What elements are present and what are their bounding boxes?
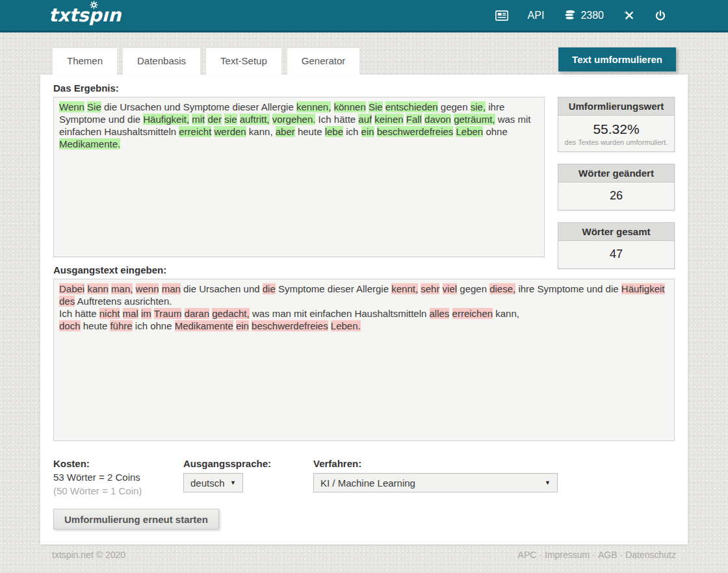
stat-value: 47: [558, 241, 674, 268]
tab-datenbasis[interactable]: Datenbasis: [122, 47, 201, 75]
footer: txtspin.net © 2020 APC·Impressum·AGB·Dat…: [52, 550, 676, 560]
cost-label: Kosten:: [53, 458, 142, 469]
logo-text: txtspın: [49, 5, 121, 26]
api-link[interactable]: API: [528, 10, 545, 21]
method-selected-value: KI / Machine Learning: [320, 478, 415, 489]
stat-words-total: Wörter gesamt 47: [558, 222, 675, 269]
top-navigation-bar: txtspın API: [0, 0, 728, 32]
source-label: Ausgangstext eingeben:: [53, 264, 166, 275]
copyright-text: txtspin.net © 2020: [52, 550, 125, 560]
power-icon[interactable]: [655, 10, 666, 21]
footer-links: APC·Impressum·AGB·Datenschutz: [518, 550, 676, 560]
coins-icon: [564, 10, 576, 21]
stat-title: Wörter gesamt: [558, 223, 674, 241]
rewrite-text-button[interactable]: Text umformulieren: [558, 47, 676, 71]
coin-count: 2380: [580, 10, 604, 21]
tab-themen[interactable]: Themen: [52, 47, 118, 75]
tab-generator[interactable]: Generator: [287, 47, 361, 75]
logo[interactable]: txtspın: [49, 5, 121, 26]
chevron-down-icon: ▼: [545, 479, 551, 486]
gear-icon: [90, 1, 98, 9]
separator: ·: [539, 550, 542, 560]
main-panel: Das Ergebnis: Wenn Sie die Ursachen und …: [40, 75, 688, 544]
stat-subtitle: des Textes wurden umformuliert.: [558, 138, 674, 151]
method-select[interactable]: KI / Machine Learning ▼: [313, 473, 558, 492]
language-label: Ausgangssprache:: [183, 458, 271, 469]
footer-link-datenschutz[interactable]: Datenschutz: [625, 550, 676, 560]
generator-controls: Kosten: 53 Wörter = 2 Coins (50 Wörter =…: [53, 458, 675, 507]
cost-block: Kosten: 53 Wörter = 2 Coins (50 Wörter =…: [53, 458, 142, 496]
result-text: Wenn Sie die Ursachen und Symptome diese…: [53, 97, 545, 257]
tools-icon[interactable]: [623, 10, 635, 21]
stat-title: Umformlierungswert: [558, 97, 674, 116]
language-block: Ausgangssprache: deutsch ▼: [183, 458, 271, 492]
tab-bar: Themen Datenbasis Text-Setup Generator: [52, 47, 360, 75]
source-text-input[interactable]: Dabei kann man, wenn man die Ursachen un…: [53, 279, 675, 441]
stat-value: 26: [558, 183, 674, 210]
stat-value: 55.32%: [558, 116, 674, 138]
cost-rate: (50 Wörter = 1 Coin): [53, 485, 142, 496]
restart-rewrite-button[interactable]: Umformulierung erneut starten: [53, 509, 219, 529]
cost-current: 53 Wörter = 2 Coins: [53, 472, 142, 483]
tab-text-setup[interactable]: Text-Setup: [205, 47, 282, 75]
method-label: Verfahren:: [313, 458, 558, 469]
footer-link-impressum[interactable]: Impressum: [545, 550, 590, 560]
stat-words-changed: Wörter geändert 26: [558, 164, 675, 210]
stat-rewrite-value: Umformlierungswert 55.32% des Textes wur…: [558, 97, 675, 152]
language-select[interactable]: deutsch ▼: [183, 473, 243, 492]
coin-balance[interactable]: 2380: [564, 10, 604, 21]
footer-link-agb[interactable]: AGB: [598, 550, 618, 560]
language-selected-value: deutsch: [190, 478, 225, 489]
method-block: Verfahren: KI / Machine Learning ▼: [313, 458, 558, 492]
footer-link-apc[interactable]: APC: [518, 550, 537, 560]
chevron-down-icon: ▼: [230, 479, 236, 486]
newspaper-icon[interactable]: [495, 10, 508, 21]
top-nav-links: API 2380: [495, 10, 666, 21]
result-label: Das Ergebnis:: [53, 83, 119, 94]
stat-title: Wörter geändert: [558, 164, 674, 183]
stats-sidebar: Umformlierungswert 55.32% des Textes wur…: [558, 97, 675, 281]
separator: ·: [592, 550, 595, 560]
separator: ·: [620, 550, 623, 560]
